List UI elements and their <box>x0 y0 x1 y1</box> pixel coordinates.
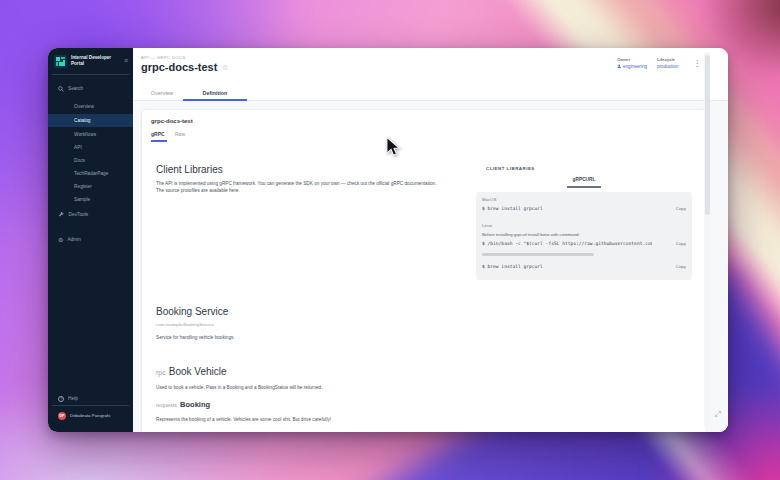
requests-name: Booking <box>180 400 210 409</box>
rpc-description: Used to book a vehicle. Pass in a Bookin… <box>156 384 323 391</box>
owner-meta: Owner engineering <box>617 57 657 69</box>
sidebar-item-label: Docs <box>48 158 85 163</box>
sidebar-item-label: Sample <box>48 197 90 202</box>
portal-logo-icon <box>54 55 67 68</box>
search-icon <box>58 86 64 92</box>
owner-label: Owner <box>617 57 657 62</box>
sidebar-item-label: TechRadarPage <box>48 171 108 176</box>
favorite-star-icon[interactable]: ☆ <box>221 63 228 72</box>
panel-tab-grpcurl[interactable]: gRPCURL <box>550 177 618 182</box>
panel-tab-underline <box>567 186 601 188</box>
sidebar-item-workflows[interactable]: Workflows <box>48 128 133 141</box>
sidebar-item-search[interactable]: Search <box>48 82 133 95</box>
definition-content: grpc-docs-test gRPC Raw Client Libraries… <box>133 101 728 432</box>
sidebar-item-label: Register <box>48 184 92 189</box>
sidebar-item-label: Help <box>68 396 78 401</box>
rpc-name: Book Vehicle <box>169 366 227 377</box>
sidebar: Internal Developer Portal ≡ Search Overv… <box>48 48 133 432</box>
sidebar-user[interactable]: DP Debabrata Panigrahi <box>48 408 133 423</box>
main-content: API — GRPC DOCS grpc-docs-test ☆ Owner e… <box>133 48 728 432</box>
macos-command: $ brew install grpcurl <box>482 206 652 211</box>
client-libraries-heading: Client Libraries <box>156 164 223 175</box>
sidebar-item-label: API <box>48 145 82 150</box>
sidebar-item-label: Overview <box>48 104 94 109</box>
client-libraries-body-line2: The source protofiles are available here… <box>156 187 240 194</box>
app-window: Internal Developer Portal ≡ Search Overv… <box>48 48 728 432</box>
sidebar-item-sample[interactable]: Sample <box>48 193 133 206</box>
lifecycle-meta: Lifecycle production <box>657 57 697 69</box>
copy-button[interactable]: Copy <box>676 241 686 246</box>
definition-card: grpc-docs-test gRPC Raw Client Libraries… <box>141 109 707 432</box>
client-libraries-panel-header: CLIENT LIBRARIES <box>486 166 535 171</box>
screen: Internal Developer Portal ≡ Search Overv… <box>0 0 780 480</box>
subtab-active-underline <box>151 140 167 142</box>
sidebar-item-label: Catalog <box>48 118 91 123</box>
page-title: grpc-docs-test <box>141 61 217 73</box>
copy-button[interactable]: Copy <box>676 264 686 269</box>
tab-definition[interactable]: Definition <box>183 85 247 101</box>
subtab-grpc[interactable]: gRPC <box>151 131 165 137</box>
sidebar-item-label: Admin <box>67 237 81 242</box>
copy-button[interactable]: Copy <box>676 206 686 211</box>
vertical-scrollbar-track[interactable] <box>704 52 710 428</box>
sidebar-divider <box>52 405 129 406</box>
linux-brew-command: $ brew install grpcurl <box>482 264 652 269</box>
sidebar-divider <box>52 74 129 75</box>
rpc-prefix: rpc <box>156 369 166 376</box>
booking-qualified-name: com.example.BookingService <box>156 322 214 327</box>
brand-title: Internal Developer Portal <box>71 55 117 66</box>
install-commands-card: MacOS $ brew install grpcurl Copy Linux … <box>476 192 692 280</box>
owner-link[interactable]: engineering <box>617 64 657 69</box>
code-horizontal-scrollbar[interactable] <box>482 253 594 256</box>
linux-label: Linux <box>482 223 492 228</box>
sidebar-item-help[interactable]: ? Help <box>48 392 133 405</box>
vertical-scrollbar-thumb[interactable] <box>705 55 710 215</box>
user-avatar: DP <box>58 412 66 420</box>
page-title-row: grpc-docs-test ☆ <box>141 61 229 73</box>
gear-icon: ⚙ <box>58 237 63 243</box>
booking-service-heading: Booking Service <box>156 306 228 317</box>
requests-description: Represents the booking of a vehicle. Veh… <box>156 416 331 423</box>
breadcrumb[interactable]: API — GRPC DOCS <box>141 55 186 60</box>
lifecycle-label: Lifecycle <box>657 57 697 62</box>
linux-command: $ /bin/bash -c "$(curl -fsSL https://raw… <box>482 241 652 246</box>
entity-tabbar: Overview Definition <box>133 85 728 101</box>
sidebar-item-admin[interactable]: ⚙ Admin <box>48 233 133 246</box>
sidebar-item-catalog[interactable]: Catalog <box>48 114 133 127</box>
mouse-cursor <box>385 136 401 158</box>
sidebar-item-docs[interactable]: Docs <box>48 154 133 167</box>
linux-note: Before installing grpcurl install brew w… <box>482 232 580 237</box>
user-name: Debabrata Panigrahi <box>70 413 110 418</box>
macos-label: MacOS <box>482 197 496 202</box>
requests-heading-row: requests Booking <box>156 400 210 409</box>
help-icon: ? <box>58 396 64 402</box>
definition-card-title: grpc-docs-test <box>151 118 193 124</box>
lifecycle-value[interactable]: production <box>657 64 697 69</box>
sidebar-item-overview[interactable]: Overview <box>48 100 133 113</box>
booking-description: Service for handling vehicle bookings. <box>156 334 235 341</box>
more-options-icon[interactable]: ⋮ <box>693 59 701 68</box>
sidebar-item-label: Workflows <box>48 132 96 137</box>
rpc-heading-row: rpc Book Vehicle <box>156 366 227 377</box>
sidebar-item-label: Search <box>68 86 83 91</box>
sidebar-toggle-icon[interactable]: ≡ <box>124 57 128 64</box>
group-icon <box>617 64 622 69</box>
sidebar-item-label: DevTools <box>69 212 89 217</box>
requests-prefix: requests <box>156 402 177 408</box>
owner-value: engineering <box>623 64 647 69</box>
sidebar-brand: Internal Developer Portal ≡ <box>54 54 129 71</box>
expand-icon[interactable] <box>714 404 722 422</box>
subtab-raw[interactable]: Raw <box>175 131 185 137</box>
sidebar-item-techradarpage[interactable]: TechRadarPage <box>48 167 133 180</box>
sidebar-item-api[interactable]: API <box>48 141 133 154</box>
sidebar-item-devtools[interactable]: DevTools <box>48 208 133 221</box>
wrench-icon <box>58 211 65 218</box>
sidebar-item-register[interactable]: Register <box>48 180 133 193</box>
tab-overview[interactable]: Overview <box>141 85 183 101</box>
